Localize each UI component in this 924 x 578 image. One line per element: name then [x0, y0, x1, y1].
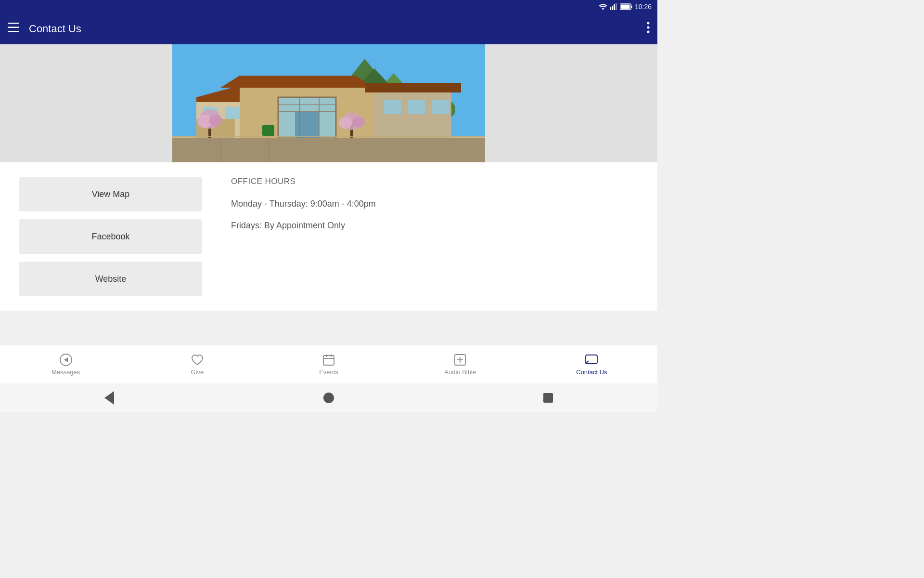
- svg-rect-2: [614, 4, 615, 10]
- content-area: View Map Facebook Website OFFICE HOURS M…: [0, 162, 657, 311]
- svg-point-11: [647, 26, 650, 28]
- system-navigation-bar: [0, 383, 657, 412]
- svg-rect-56: [323, 355, 334, 365]
- svg-rect-9: [8, 31, 19, 32]
- nav-label-give: Give: [191, 368, 204, 376]
- svg-rect-1: [612, 6, 613, 10]
- nav-item-messages[interactable]: Messages: [0, 353, 131, 376]
- svg-rect-36: [408, 100, 425, 114]
- status-bar: 10:26: [0, 0, 657, 13]
- nav-item-events[interactable]: Events: [263, 353, 394, 376]
- building-illustration: [172, 44, 485, 162]
- office-hours-line-2: Fridays: By Appointment Only: [231, 220, 638, 232]
- nav-label-messages: Messages: [51, 368, 80, 376]
- svg-marker-24: [220, 76, 374, 88]
- svg-point-47: [339, 117, 352, 129]
- signal-icon: [610, 3, 617, 10]
- nav-label-contact-us: Contact Us: [576, 368, 607, 376]
- svg-marker-55: [64, 357, 68, 362]
- view-map-button[interactable]: View Map: [19, 177, 202, 211]
- time-display: 10:26: [635, 3, 652, 11]
- office-hours-line-1: Monday - Thursday: 9:00am - 4:00pm: [231, 198, 638, 210]
- more-options-icon[interactable]: [647, 22, 650, 37]
- nav-item-contact-us[interactable]: Contact Us: [526, 353, 657, 376]
- messages-icon: [59, 353, 73, 367]
- svg-point-48: [352, 117, 365, 128]
- svg-point-10: [647, 22, 650, 24]
- nav-label-audio-bible: Audio Bible: [444, 368, 476, 376]
- office-hours-section: OFFICE HOURS Monday - Thursday: 9:00am -…: [231, 177, 638, 296]
- svg-rect-0: [610, 7, 611, 10]
- status-icons: 10:26: [599, 3, 652, 11]
- svg-point-44: [209, 115, 222, 126]
- contact-us-icon: [585, 353, 598, 367]
- app-bar: Contact Us: [0, 13, 657, 44]
- hamburger-menu-icon[interactable]: [8, 23, 19, 35]
- bottom-navigation: Messages Give Events Audio Bible C: [0, 345, 657, 383]
- svg-rect-7: [8, 23, 19, 24]
- events-icon: [322, 353, 335, 367]
- nav-item-give[interactable]: Give: [131, 353, 263, 376]
- home-button[interactable]: [323, 393, 334, 403]
- svg-rect-37: [432, 100, 449, 114]
- give-icon: [191, 353, 204, 367]
- audio-bible-icon: [453, 353, 467, 367]
- nav-item-audio-bible[interactable]: Audio Bible: [395, 353, 526, 376]
- svg-marker-34: [365, 83, 461, 92]
- svg-rect-28: [295, 112, 319, 138]
- website-button[interactable]: Website: [19, 262, 202, 296]
- back-button[interactable]: [104, 391, 114, 405]
- wifi-icon: [599, 3, 607, 10]
- page-title: Contact Us: [29, 23, 81, 35]
- nav-label-events: Events: [319, 368, 338, 376]
- svg-rect-40: [225, 107, 240, 119]
- office-hours-title: OFFICE HOURS: [231, 177, 638, 186]
- svg-point-12: [647, 30, 650, 33]
- recents-button[interactable]: [543, 393, 553, 403]
- svg-rect-8: [8, 27, 19, 28]
- svg-rect-5: [631, 6, 632, 8]
- facebook-button[interactable]: Facebook: [19, 219, 202, 254]
- action-buttons: View Map Facebook Website: [19, 177, 202, 296]
- svg-rect-50: [172, 138, 485, 162]
- svg-rect-35: [384, 100, 401, 114]
- app-bar-left: Contact Us: [8, 23, 81, 35]
- building-image-container: [0, 44, 657, 162]
- svg-rect-6: [620, 5, 629, 9]
- svg-rect-33: [374, 92, 451, 138]
- battery-icon: [620, 3, 632, 10]
- svg-rect-49: [262, 125, 274, 136]
- svg-rect-3: [616, 3, 617, 10]
